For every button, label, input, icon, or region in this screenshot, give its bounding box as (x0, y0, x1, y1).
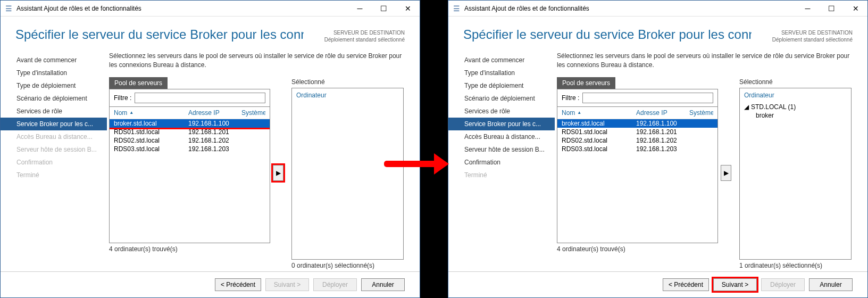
selected-column: Sélectionné Ordinateur ◢ STD.LOCAL (1) b… (739, 77, 852, 269)
server-row[interactable]: RDS03.std.local 192.168.1.203 (557, 145, 717, 153)
pool-box: Filtre : Nom▲ Adresse IP Système d broke… (557, 89, 718, 243)
destination-label: SERVEUR DE DESTINATION (752, 29, 853, 36)
sidebar: Avant de commencer Type d'installation T… (448, 49, 555, 271)
sort-caret-icon: ▲ (577, 110, 581, 115)
col-name[interactable]: Nom▲ (114, 109, 188, 117)
pool-box: Filtre : Nom▲ Adresse IP Système d broke… (109, 89, 270, 243)
step-confirmation[interactable]: Confirmation (448, 156, 555, 169)
step-scenario[interactable]: Scénario de déploiement (1, 92, 107, 105)
filter-label: Filtre : (562, 94, 579, 102)
pool-count: 4 ordinateur(s) trouvé(s) (557, 245, 718, 253)
server-row[interactable]: RDS01.std.local 192.168.1.201 (557, 128, 717, 136)
step-install-type[interactable]: Type d'installation (448, 67, 555, 79)
next-button[interactable]: Suivant > (713, 278, 757, 291)
previous-button[interactable]: < Précédent (215, 278, 261, 291)
step-deploy-type[interactable]: Type de déploiement (1, 79, 107, 92)
next-button: Suivant > (265, 278, 309, 291)
minimize-button[interactable]: ─ (348, 1, 372, 16)
selected-box: Ordinateur (291, 88, 404, 260)
step-web-access: Accès Bureau à distance... (1, 130, 107, 143)
pool-tab: Pool de serveurs (109, 77, 168, 89)
step-broker[interactable]: Service Broker pour les c... (1, 118, 107, 130)
wizard-window-after: ☰ Assistant Ajout de rôles et de fonctio… (448, 0, 868, 298)
minimize-button[interactable]: ─ (796, 1, 820, 16)
pool-rows: broker.std.local 192.168.1.100 RDS01.std… (557, 119, 717, 243)
pool-column-headers: Nom▲ Adresse IP Système d (557, 106, 717, 119)
window-title: Assistant Ajout de rôles et de fonctionn… (464, 5, 796, 12)
cancel-button[interactable]: Annuler (809, 278, 853, 291)
page-heading: Spécifier le serveur du service Broker p… (463, 27, 752, 42)
previous-button[interactable]: < Précédent (663, 278, 709, 291)
header-row: Spécifier le serveur du service Broker p… (1, 16, 420, 49)
destination-box: SERVEUR DE DESTINATION Déploiement stand… (752, 27, 853, 43)
main-panel: Sélectionnez les serveurs dans le pool d… (555, 49, 867, 271)
step-done: Terminé (1, 169, 107, 181)
close-button[interactable]: ✕ (844, 1, 867, 16)
server-pool-column: Pool de serveurs Filtre : Nom▲ Adresse I… (557, 77, 718, 269)
col-ip[interactable]: Adresse IP (188, 109, 241, 117)
server-row[interactable]: RDS03.std.local 192.168.1.203 (110, 145, 270, 153)
selected-header: Ordinateur (296, 90, 399, 103)
add-server-button[interactable]: ▶ (721, 165, 731, 181)
col-name[interactable]: Nom▲ (562, 109, 636, 117)
step-before-begin[interactable]: Avant de commencer (1, 54, 107, 67)
selected-header: Ordinateur (744, 90, 847, 103)
filter-label: Filtre : (114, 94, 131, 102)
filter-input[interactable] (582, 93, 713, 103)
pool-column-headers: Nom▲ Adresse IP Système d (110, 106, 270, 119)
step-session-host[interactable]: Serveur hôte de session B... (448, 143, 555, 156)
server-row[interactable]: RDS02.std.local 192.168.1.202 (557, 136, 717, 145)
collapse-icon: ◢ (744, 103, 749, 111)
footer: < Précédent Suivant > Déployer Annuler (1, 271, 420, 297)
selected-count: 0 ordinateur(s) sélectionné(s) (291, 262, 404, 269)
page-heading: Spécifier le serveur du service Broker p… (15, 27, 304, 42)
sort-caret-icon: ▲ (129, 110, 133, 115)
maximize-button[interactable]: ☐ (820, 1, 844, 16)
destination-value: Déploiement standard sélectionné (304, 36, 405, 43)
filter-input[interactable] (135, 93, 265, 103)
step-role-services[interactable]: Services de rôle (448, 105, 555, 118)
step-web-access[interactable]: Accès Bureau à distance... (448, 130, 555, 143)
footer: < Précédent Suivant > Déployer Annuler (448, 271, 867, 297)
header-row: Spécifier le serveur du service Broker p… (448, 16, 867, 49)
server-row[interactable]: RDS02.std.local 192.168.1.202 (110, 136, 270, 145)
cancel-button[interactable]: Annuler (361, 278, 405, 291)
step-before-begin[interactable]: Avant de commencer (448, 54, 555, 67)
step-session-host: Serveur hôte de session B... (1, 143, 107, 156)
app-icon: ☰ (448, 4, 464, 13)
wizard-window-before: ☰ Assistant Ajout de rôles et de fonctio… (0, 0, 420, 298)
selected-box: Ordinateur ◢ STD.LOCAL (1) broker (739, 88, 852, 260)
selected-label: Sélectionné (739, 78, 852, 86)
instructions: Sélectionnez les serveurs dans le pool d… (557, 52, 852, 70)
step-deploy-type[interactable]: Type de déploiement (448, 79, 555, 92)
step-broker[interactable]: Service Broker pour les c... (448, 118, 555, 130)
selected-label: Sélectionné (291, 78, 404, 86)
step-role-services[interactable]: Services de rôle (1, 105, 107, 118)
deploy-button: Déployer (313, 278, 357, 291)
close-button[interactable]: ✕ (396, 1, 420, 16)
server-row[interactable]: RDS01.std.local 192.168.1.201 (110, 128, 270, 136)
step-install-type[interactable]: Type d'installation (1, 67, 107, 79)
selected-item[interactable]: broker (744, 112, 847, 119)
destination-label: SERVEUR DE DESTINATION (304, 29, 405, 36)
main-panel: Sélectionnez les serveurs dans le pool d… (107, 49, 420, 271)
instructions: Sélectionnez les serveurs dans le pool d… (109, 52, 404, 70)
pool-rows: broker.std.local 192.168.1.100 RDS01.std… (110, 119, 270, 243)
maximize-button[interactable]: ☐ (372, 1, 396, 16)
server-row[interactable]: broker.std.local 192.168.1.100 (557, 119, 717, 128)
col-os[interactable]: Système d (689, 109, 713, 117)
window-title: Assistant Ajout de rôles et de fonctionn… (16, 5, 348, 12)
add-server-button[interactable]: ▶ (273, 165, 283, 181)
chevron-right-icon: ▶ (724, 169, 729, 177)
selected-column: Sélectionné Ordinateur 0 ordinateur(s) s… (291, 77, 404, 269)
sidebar: Avant de commencer Type d'installation T… (1, 49, 107, 271)
step-scenario[interactable]: Scénario de déploiement (448, 92, 555, 105)
col-ip[interactable]: Adresse IP (636, 109, 689, 117)
selected-group[interactable]: ◢ STD.LOCAL (1) (744, 103, 847, 111)
pool-count: 4 ordinateur(s) trouvé(s) (109, 245, 270, 253)
titlebar: ☰ Assistant Ajout de rôles et de fonctio… (1, 1, 420, 16)
server-row[interactable]: broker.std.local 192.168.1.100 (110, 119, 270, 128)
app-icon: ☰ (1, 4, 16, 13)
destination-box: SERVEUR DE DESTINATION Déploiement stand… (304, 27, 405, 43)
col-os[interactable]: Système d (241, 109, 265, 117)
